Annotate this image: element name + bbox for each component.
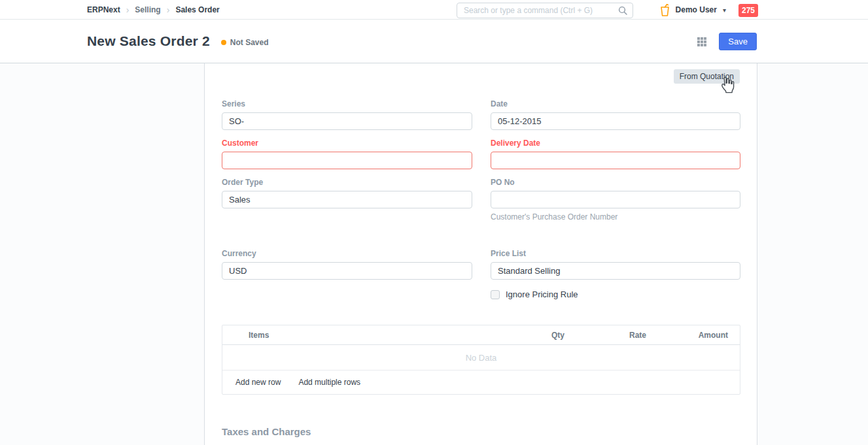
add-multiple-rows-button[interactable]: Add multiple rows xyxy=(298,378,360,387)
form-panel: From Quotation Series Date Customer Deli… xyxy=(204,63,757,445)
status-text: Not Saved xyxy=(230,38,269,47)
price-list-label: Price List xyxy=(491,249,740,258)
dot-icon xyxy=(221,40,226,45)
column-amount: Amount xyxy=(658,331,740,340)
global-search xyxy=(457,3,633,18)
breadcrumb-selling[interactable]: Selling xyxy=(135,5,160,14)
user-menu-label: Demo User xyxy=(676,5,717,14)
content-area: From Quotation Series Date Customer Deli… xyxy=(0,63,868,445)
po-no-description: Customer's Purchase Order Number xyxy=(491,212,740,222)
column-qty: Qty xyxy=(495,331,576,340)
items-table-footer: Add new row Add multiple rows xyxy=(222,371,740,394)
breadcrumb-sales-order[interactable]: Sales Order xyxy=(175,5,219,14)
customer-input[interactable] xyxy=(222,152,472,169)
series-input[interactable] xyxy=(222,112,472,130)
page-head: New Sales Order 2 Not Saved Save xyxy=(0,20,868,63)
chevron-right-icon: › xyxy=(167,5,170,15)
user-menu[interactable]: Demo User ▾ xyxy=(660,0,726,20)
taxes-section-heading: Taxes and Charges xyxy=(222,426,740,437)
field-delivery-date: Delivery Date xyxy=(491,139,740,169)
caret-down-icon: ▾ xyxy=(723,7,726,14)
currency-label: Currency xyxy=(222,249,472,258)
search-input[interactable] xyxy=(457,6,618,15)
field-price-list: Price List xyxy=(491,249,740,280)
field-date: Date xyxy=(491,99,740,130)
series-label: Series xyxy=(222,99,472,108)
search-icon[interactable] xyxy=(618,6,627,15)
po-no-input[interactable] xyxy=(491,191,740,208)
form-grid-main: Series Date Customer Delivery Date Order… xyxy=(222,99,740,222)
breadcrumb-erpnext[interactable]: ERPNext xyxy=(87,5,120,14)
column-items: Items xyxy=(222,331,495,340)
field-customer: Customer xyxy=(222,139,472,169)
page-title: New Sales Order 2 xyxy=(87,33,210,49)
chevron-right-icon: › xyxy=(126,5,130,15)
items-table: Items Qty Rate Amount No Data Add new ro… xyxy=(222,325,740,395)
delivery-date-input[interactable] xyxy=(491,152,740,169)
items-table-empty-state: No Data xyxy=(222,345,740,371)
field-order-type: Order Type xyxy=(222,178,472,222)
order-type-select[interactable] xyxy=(222,191,472,208)
date-label: Date xyxy=(491,99,740,108)
top-navbar: ERPNext › Selling › Sales Order D xyxy=(0,0,868,20)
column-rate: Rate xyxy=(576,331,658,340)
status-indicator: Not Saved xyxy=(221,38,269,47)
breadcrumb: ERPNext › Selling › Sales Order xyxy=(87,0,220,20)
save-button[interactable]: Save xyxy=(719,33,757,50)
po-no-label: PO No xyxy=(491,178,740,187)
ignore-pricing-rule-checkbox[interactable] xyxy=(491,290,500,299)
items-table-header: Items Qty Rate Amount xyxy=(222,325,740,345)
cup-icon xyxy=(660,4,670,16)
currency-input[interactable] xyxy=(222,262,472,280)
field-po-no: PO No Customer's Purchase Order Number xyxy=(491,178,740,222)
customer-label: Customer xyxy=(222,139,472,148)
page-head-actions: Save xyxy=(697,20,757,63)
price-list-input[interactable] xyxy=(491,262,740,280)
field-series: Series xyxy=(222,99,472,130)
date-input[interactable] xyxy=(491,112,740,130)
grid-menu-icon[interactable] xyxy=(697,37,706,46)
delivery-date-label: Delivery Date xyxy=(491,139,740,148)
field-currency: Currency xyxy=(222,249,472,280)
from-quotation-button[interactable]: From Quotation xyxy=(674,69,740,84)
add-new-row-button[interactable]: Add new row xyxy=(235,378,281,387)
order-type-label: Order Type xyxy=(222,178,472,187)
ignore-pricing-rule-label: Ignore Pricing Rule xyxy=(506,289,578,299)
notifications-badge[interactable]: 275 xyxy=(738,4,758,17)
erpnext-app-window: ERPNext › Selling › Sales Order D xyxy=(0,0,868,445)
field-ignore-pricing-rule: Ignore Pricing Rule xyxy=(491,289,740,299)
form-grid-currency: Currency Price List Ignore Pricing Rule xyxy=(222,249,740,299)
